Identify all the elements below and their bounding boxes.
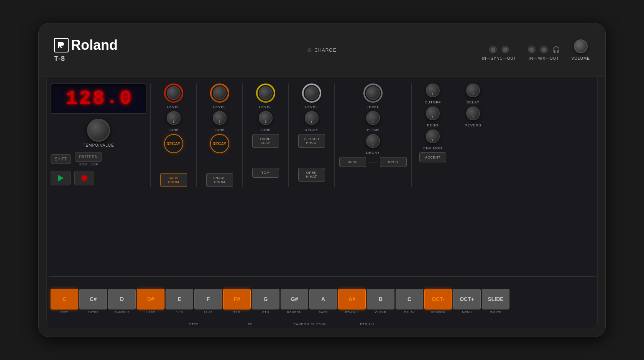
bass-pitch-knob[interactable] (366, 111, 380, 125)
mix-label: IN—MIX—OUT (529, 56, 559, 61)
sd-tune-dot (219, 120, 220, 122)
key-fsharp-label: TRG (233, 311, 240, 314)
key-c-pad[interactable]: C (51, 289, 78, 309)
play-button[interactable] (51, 171, 71, 185)
sd-tune-label: TUNE (214, 128, 225, 132)
tom-tune-container (259, 111, 273, 125)
digit-2: 2 (79, 89, 91, 109)
mix-jacks: 🎧 (528, 46, 560, 53)
volume-label: VOLUME (572, 56, 590, 61)
reverb-knob[interactable] (466, 106, 480, 120)
accent-button[interactable]: ACCENT (419, 152, 446, 162)
key-c2-note: C (407, 296, 411, 302)
key-fsharp-pad[interactable]: F# (223, 289, 251, 309)
tom-tune-knob[interactable] (259, 111, 273, 125)
key-oct-minus-label: REVERB (431, 311, 445, 314)
label-exit (51, 322, 78, 326)
delay-knob[interactable] (466, 83, 480, 97)
delay-reverb-section: DELAY REVERB (454, 83, 492, 187)
key-asharp: A# PTN ALL (338, 289, 366, 314)
key-d-pad[interactable]: D (108, 289, 136, 309)
bass-pitch-label: PITCH (367, 128, 379, 132)
mix-out-jack[interactable] (540, 46, 548, 53)
line-connector (369, 162, 377, 162)
key-slide-pad[interactable]: SLIDE (482, 289, 509, 309)
fill-bracket-line (223, 326, 280, 326)
key-g-note: G (264, 296, 268, 302)
key-c2-pad[interactable]: C (396, 289, 423, 309)
key-e-label: 1-16 (176, 311, 183, 314)
bd-decay-button[interactable]: DECAY (164, 134, 183, 153)
key-a-pad[interactable]: A (309, 289, 337, 309)
key-b: B CLEAR (367, 289, 394, 314)
key-gsharp-label: RANDOM (287, 311, 302, 314)
key-e-pad[interactable]: E (166, 289, 193, 309)
bd-tune-knob[interactable] (167, 111, 181, 125)
fx-section: CUTOFF RESO ENV MOD ACCENT (412, 83, 454, 187)
tempo-knob-row: TEMPO/VALUE (51, 119, 146, 147)
env-mod-knob[interactable] (426, 129, 440, 143)
sd-level-knob[interactable] (210, 83, 229, 103)
key-f-pad[interactable]: F (194, 289, 222, 309)
key-c-label: EXIT (61, 311, 68, 314)
key-gsharp-pad[interactable]: G# (281, 289, 308, 309)
key-oct-plus-pad[interactable]: OCT+ (453, 289, 481, 309)
logo-section: Roland T-8 (54, 37, 118, 63)
reverb-label: REVERB (465, 123, 481, 127)
key-d: D SHUFFLE (108, 289, 136, 314)
sync-jacks (489, 46, 509, 53)
key-f-note: F (207, 296, 210, 302)
tom-channel: LEVEL TUNE HANDCLAP TOM (243, 83, 289, 187)
pattern-button[interactable]: PATTERN (75, 152, 102, 162)
key-b-pad[interactable]: B (367, 289, 394, 309)
label-shuffle (108, 322, 136, 326)
closed-hihat-button[interactable]: CLOSEDHIHAT (298, 134, 325, 148)
tom-name-button[interactable]: TOM (252, 168, 279, 178)
key-oct-plus: OCT+ MENU (453, 289, 481, 314)
charge-label: CHARGE (314, 47, 336, 53)
key-g-pad[interactable]: G (252, 289, 279, 309)
sync-label: IN—SYNC—OUT (482, 56, 516, 61)
ptn-label: PTN ALL (360, 322, 375, 326)
volume-knob[interactable] (574, 39, 588, 53)
open-hihat-button[interactable]: OPENHIHAT (298, 168, 325, 182)
bass-level-label: LEVEL (366, 105, 379, 109)
sync-in-jack[interactable] (489, 46, 497, 53)
bd-name-button[interactable]: BASSDRUM (160, 173, 187, 187)
key-oct-minus: OCT- REVERB (424, 289, 452, 314)
sd-name-button[interactable]: SNAREDRUM (206, 173, 233, 187)
key-asharp-note: A# (348, 296, 355, 302)
key-asharp-label: PTN ALL (345, 311, 359, 314)
bass-channel: LEVEL PITCH DECAY BASS KYBD (335, 83, 412, 187)
tempo-label: TEMPO/VALUE (83, 143, 114, 147)
cutoff-knob[interactable] (426, 83, 440, 97)
sd-decay-button[interactable]: DECAY (210, 134, 229, 153)
tom-level-knob[interactable] (256, 83, 275, 103)
hh-decay-knob[interactable] (305, 111, 319, 125)
sync-out-jack[interactable] (501, 46, 509, 53)
handclap-button[interactable]: HANDCLAP (252, 134, 279, 148)
key-dsharp: D# LAST (137, 289, 164, 314)
digit-dot: . (106, 88, 118, 108)
key-dsharp-pad[interactable]: D# (137, 289, 164, 309)
kybd-button[interactable]: KYBD (380, 157, 407, 167)
shift-button[interactable]: SHIFT (51, 154, 71, 164)
mix-in-jack[interactable] (528, 46, 536, 53)
key-csharp-pad[interactable]: C# (79, 289, 107, 309)
digit-4: 0 (120, 89, 131, 109)
key-asharp-pad[interactable]: A# (338, 289, 366, 309)
bass-level-knob[interactable] (363, 83, 383, 103)
roland-t8-device: Roland T-8 CHARGE IN—SYNC—OUT 🎧 (38, 23, 606, 337)
hh-level-knob[interactable] (302, 83, 321, 103)
random-bracket: RANDOM RHYTHM (281, 322, 338, 326)
bass-decay-knob[interactable] (366, 134, 380, 148)
bass-button[interactable]: BASS (339, 157, 366, 167)
tempo-knob[interactable] (87, 119, 110, 142)
tom-tune-label: TUNE (260, 128, 271, 132)
key-c-note: C (62, 296, 66, 302)
reso-knob[interactable] (426, 106, 440, 120)
sd-tune-knob[interactable] (213, 111, 227, 125)
record-button[interactable] (74, 171, 94, 185)
bd-level-knob[interactable] (164, 83, 183, 103)
key-oct-minus-pad[interactable]: OCT- (424, 289, 452, 309)
